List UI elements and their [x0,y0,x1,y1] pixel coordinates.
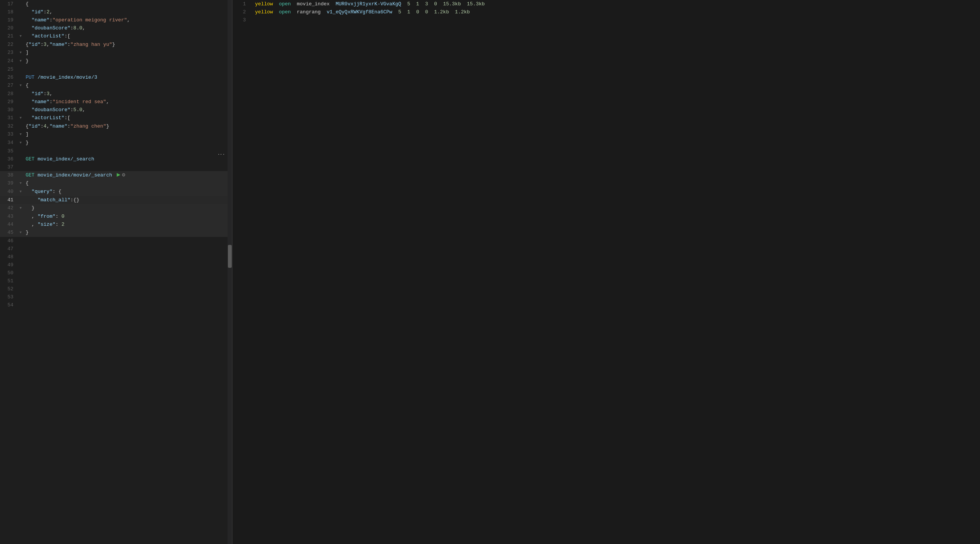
scrollbar-thumb[interactable] [228,245,232,268]
fold-arrow[interactable] [18,57,23,65]
editor-line-50: 50 [0,269,232,277]
line-gutter [17,155,24,163]
line-gutter [17,40,24,49]
editor-line-31: 31 "actorList":[ [0,114,232,122]
line-content[interactable]: "id":3, [24,90,232,98]
line-content[interactable] [24,285,232,293]
url-path: movie_index/movie/_search [37,172,112,178]
line-gutter [17,228,24,237]
line-content[interactable] [24,253,232,261]
line-content[interactable]: ] [24,49,232,57]
line-content[interactable] [24,277,232,285]
fold-arrow[interactable] [18,82,23,90]
line-content[interactable]: "match_all":{} [24,196,232,204]
editor-line-51: 51 [0,277,232,285]
line-number: 51 [0,277,17,285]
json-value: 0 [62,214,65,219]
line-content[interactable]: "query": { [24,188,232,196]
line-content[interactable] [24,301,232,309]
line-content[interactable] [24,245,232,253]
line-gutter [17,32,24,40]
run-button[interactable]: ▶ [117,171,120,179]
line-content[interactable]: { [24,0,232,8]
editor-scrollbar[interactable] [228,0,232,544]
line-content[interactable] [24,163,232,171]
line-content[interactable]: { [24,179,232,188]
fold-arrow[interactable] [18,32,23,40]
result-line-number: 3 [232,16,250,24]
line-number: 53 [0,293,17,301]
line-content[interactable] [24,65,232,73]
line-content[interactable] [24,293,232,301]
line-content[interactable]: "name":"operation meigong river", [24,16,232,24]
json-key: "name" [32,99,50,105]
fold-arrow[interactable] [18,49,23,57]
editor-line-41: 41 "match_all":{} [0,196,232,204]
editor-line-45: 45} [0,228,232,237]
editor-line-44: 44 , "size": 2 [0,220,232,228]
fold-arrow[interactable] [18,131,23,139]
line-number: 40 [0,188,17,196]
line-content[interactable]: } [24,139,232,147]
json-key: "id" [32,91,44,97]
line-content[interactable]: } [24,228,232,237]
line-number: 31 [0,114,17,122]
settings-icon[interactable]: ⚙ [122,171,125,179]
line-content[interactable]: {"id":4,"name":"zhang chen"} [24,122,232,130]
line-gutter [17,147,24,155]
line-content[interactable]: GET movie_index/_search [24,155,232,163]
code-table: 17{18 "id":2,19 "name":"operation meigon… [0,0,232,309]
result-line-1: 1yellow open movie_index MUR0vxjjR1yxrK-… [232,0,980,8]
line-content[interactable]: GET movie_index/movie/_search▶⚙ [24,171,232,179]
line-content[interactable]: "name":"incident red sea", [24,98,232,106]
editor-line-17: 17{ [0,0,232,8]
line-content[interactable]: ] [24,130,232,139]
line-content[interactable] [24,269,232,277]
editor-line-40: 40 "query": { [0,188,232,196]
editor-line-47: 47 [0,245,232,253]
line-content[interactable]: "id":2, [24,8,232,16]
line-content[interactable]: "actorList":[ [24,114,232,122]
fold-arrow[interactable] [18,188,23,196]
fold-arrow[interactable] [18,229,23,237]
line-number: 52 [0,285,17,293]
line-content[interactable]: "actorList":[ [24,32,232,40]
fold-arrow[interactable] [18,180,23,188]
fold-arrow[interactable] [18,114,23,122]
fold-arrow[interactable] [18,204,23,212]
line-gutter [17,106,24,114]
result-status-color: yellow [255,1,273,7]
code-area[interactable]: 17{18 "id":2,19 "name":"operation meigon… [0,0,232,544]
line-content[interactable]: , "from": 0 [24,212,232,220]
line-number: 21 [0,32,17,40]
editor-line-19: 19 "name":"operation meigong river", [0,16,232,24]
line-content[interactable]: "doubanScore":5.0, [24,106,232,114]
line-number: 30 [0,106,17,114]
editor-line-20: 20 "doubanScore":8.0, [0,24,232,32]
editor-line-21: 21 "actorList":[ [0,32,232,40]
result-number: 1.2kb [434,9,449,15]
line-gutter [17,245,24,253]
line-content[interactable]: PUT /movie_index/movie/3 [24,73,232,81]
line-content[interactable]: "doubanScore":8.0, [24,24,232,32]
line-content[interactable] [24,261,232,269]
context-menu-button[interactable]: ⋮ [217,151,225,157]
json-key: "from" [37,214,55,219]
line-number: 38 [0,171,17,179]
line-number: 34 [0,139,17,147]
line-content[interactable] [24,147,232,155]
line-number: 42 [0,204,17,212]
line-content[interactable]: } [24,57,232,65]
result-table: 1yellow open movie_index MUR0vxjjR1yxrK-… [232,0,980,24]
fold-arrow[interactable] [18,139,23,147]
line-number: 22 [0,40,17,49]
line-number: 19 [0,16,17,24]
json-key: "match_all" [37,197,70,203]
line-content[interactable] [24,237,232,245]
json-key: "id" [32,9,44,15]
line-content[interactable]: , "size": 2 [24,220,232,228]
line-content[interactable]: {"id":3,"name":"zhang han yu"} [24,40,232,49]
line-content[interactable]: { [24,81,232,90]
line-content[interactable]: } [24,204,232,212]
line-number: 32 [0,122,17,130]
